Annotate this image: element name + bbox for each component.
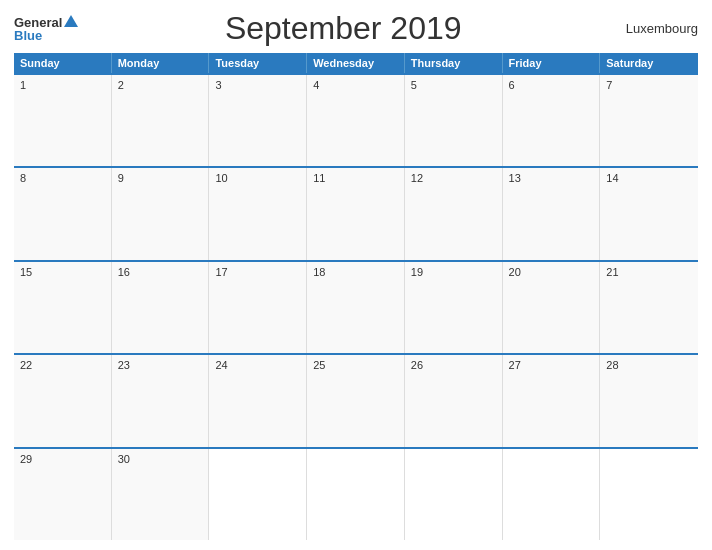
header-friday: Friday	[503, 53, 601, 73]
logo-blue-text: Blue	[14, 29, 42, 42]
country-label: Luxembourg	[608, 21, 698, 36]
calendar-header: Sunday Monday Tuesday Wednesday Thursday…	[14, 53, 698, 73]
day-4: 4	[307, 75, 405, 166]
day-13: 13	[503, 168, 601, 259]
day-7: 7	[600, 75, 698, 166]
day-empty-2	[307, 449, 405, 540]
day-17: 17	[209, 262, 307, 353]
day-16: 16	[112, 262, 210, 353]
day-10: 10	[209, 168, 307, 259]
day-empty-4	[503, 449, 601, 540]
day-24: 24	[209, 355, 307, 446]
day-6: 6	[503, 75, 601, 166]
week-5: 29 30	[14, 447, 698, 540]
day-22: 22	[14, 355, 112, 446]
week-2: 8 9 10 11 12 13 14	[14, 166, 698, 259]
day-5: 5	[405, 75, 503, 166]
day-empty-3	[405, 449, 503, 540]
header-monday: Monday	[112, 53, 210, 73]
day-14: 14	[600, 168, 698, 259]
logo-triangle-icon	[64, 15, 78, 27]
day-19: 19	[405, 262, 503, 353]
header-sunday: Sunday	[14, 53, 112, 73]
day-18: 18	[307, 262, 405, 353]
calendar-body: 1 2 3 4 5 6 7 8 9 10 11 12 13 14 15 16 1…	[14, 73, 698, 540]
day-12: 12	[405, 168, 503, 259]
day-23: 23	[112, 355, 210, 446]
header-wednesday: Wednesday	[307, 53, 405, 73]
header-thursday: Thursday	[405, 53, 503, 73]
week-4: 22 23 24 25 26 27 28	[14, 353, 698, 446]
header-saturday: Saturday	[600, 53, 698, 73]
day-1: 1	[14, 75, 112, 166]
page-header: General Blue September 2019 Luxembourg	[14, 10, 698, 47]
calendar-title: September 2019	[78, 10, 608, 47]
day-empty-1	[209, 449, 307, 540]
calendar: Sunday Monday Tuesday Wednesday Thursday…	[14, 53, 698, 540]
header-tuesday: Tuesday	[209, 53, 307, 73]
week-3: 15 16 17 18 19 20 21	[14, 260, 698, 353]
day-2: 2	[112, 75, 210, 166]
day-8: 8	[14, 168, 112, 259]
day-26: 26	[405, 355, 503, 446]
day-20: 20	[503, 262, 601, 353]
week-1: 1 2 3 4 5 6 7	[14, 73, 698, 166]
logo: General Blue	[14, 16, 78, 42]
day-25: 25	[307, 355, 405, 446]
day-30: 30	[112, 449, 210, 540]
day-21: 21	[600, 262, 698, 353]
day-28: 28	[600, 355, 698, 446]
day-27: 27	[503, 355, 601, 446]
day-9: 9	[112, 168, 210, 259]
calendar-page: General Blue September 2019 Luxembourg S…	[0, 0, 712, 550]
day-15: 15	[14, 262, 112, 353]
logo-general-text: General	[14, 16, 62, 29]
day-29: 29	[14, 449, 112, 540]
day-empty-5	[600, 449, 698, 540]
day-3: 3	[209, 75, 307, 166]
day-11: 11	[307, 168, 405, 259]
